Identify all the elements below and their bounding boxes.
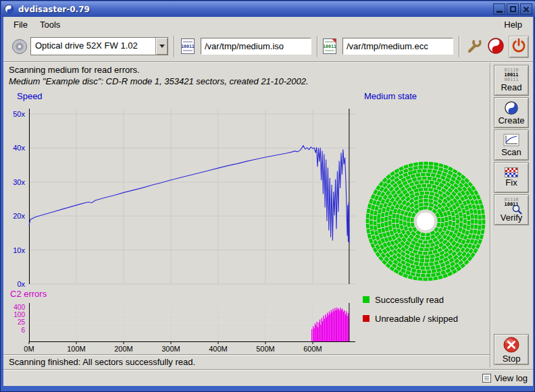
read-button-label: Read <box>501 83 521 92</box>
stop-button[interactable]: Stop <box>494 334 529 365</box>
svg-text:0x: 0x <box>17 280 25 288</box>
scan-button[interactable]: Scan <box>494 130 529 161</box>
svg-text:10011: 10011 <box>181 44 195 49</box>
drive-select-arrow[interactable] <box>155 38 168 55</box>
legend-red-swatch <box>363 315 370 322</box>
svg-text:400M: 400M <box>209 345 228 353</box>
footer-bar: View log <box>3 370 533 386</box>
maximize-button[interactable] <box>507 3 519 15</box>
app-body: File Tools Help Optical drive 52X FW 1.0… <box>3 17 533 386</box>
close-icon <box>523 6 530 13</box>
legend-unreadable: Unreadable / skipped <box>363 314 458 323</box>
medium-state-title: Medium state <box>364 91 417 101</box>
scan-graph-icon <box>503 134 519 147</box>
verify-button-label: Verify <box>501 213 523 223</box>
verify-button[interactable]: 01110 10011 Verify <box>494 194 529 225</box>
chevron-down-icon <box>159 45 165 48</box>
svg-text:300M: 300M <box>161 345 180 353</box>
read-button[interactable]: 01110 10011 00111 Read <box>494 65 529 96</box>
svg-text:20x: 20x <box>13 212 25 220</box>
menu-tools[interactable]: Tools <box>34 18 66 31</box>
scan-button-label: Scan <box>501 148 521 157</box>
window-frame: dvdisaster-0.79 File Tools Help Optical … <box>0 0 535 392</box>
c2-errors-chart: 0M100M200M300M400M500M600M625100400 <box>5 300 357 354</box>
legend-label: Successfully read <box>375 295 444 305</box>
svg-text:6: 6 <box>21 327 25 334</box>
create-yinyang-icon <box>504 101 519 115</box>
minimize-icon <box>496 11 503 13</box>
window-title: dvdisaster-0.79 <box>18 5 492 14</box>
separator <box>3 354 490 356</box>
c2-errors-chart-title: C2 errors <box>10 289 47 299</box>
menu-file[interactable]: File <box>7 18 34 31</box>
verify-icon: 01110 10011 <box>501 198 521 213</box>
fix-checker-icon <box>505 167 518 177</box>
fix-button-label: Fix <box>505 178 517 188</box>
separator <box>490 63 491 368</box>
legend-green-swatch <box>363 296 370 303</box>
legend-label: Unreadable / skipped <box>375 314 458 324</box>
toolbar-separator <box>459 36 460 57</box>
menubar: File Tools Help <box>3 17 533 32</box>
view-log-button[interactable]: View log <box>494 373 528 383</box>
close-button[interactable] <box>520 3 532 15</box>
app-icon <box>4 4 14 14</box>
drive-select-value: Optical drive 52X FW 1.02 <box>31 38 155 55</box>
medium-info: Medium "Example disc": CD-R mode 1, 3534… <box>9 76 309 86</box>
svg-text:10x: 10x <box>13 246 25 254</box>
stop-icon <box>503 336 520 354</box>
speed-chart: 0x10x20x30x40x50x <box>5 99 357 288</box>
toolbar-separator <box>317 36 318 57</box>
ecc-file-icon: 10011 <box>322 38 337 55</box>
minimize-button[interactable] <box>493 3 505 15</box>
svg-text:400: 400 <box>14 304 25 311</box>
status-message: Scanning medium for read errors. <box>9 65 140 75</box>
svg-text:50x: 50x <box>13 110 25 118</box>
quit-button[interactable] <box>509 36 529 58</box>
svg-text:25: 25 <box>18 318 26 326</box>
separator <box>3 61 533 63</box>
view-log-icon[interactable] <box>482 374 491 383</box>
svg-text:200M: 200M <box>114 345 133 353</box>
svg-text:0M: 0M <box>24 345 34 353</box>
power-icon <box>510 37 528 55</box>
svg-text:40x: 40x <box>13 144 25 152</box>
stop-button-label: Stop <box>503 354 521 364</box>
drive-icon[interactable] <box>11 38 28 55</box>
svg-text:600M: 600M <box>303 345 322 353</box>
svg-text:500M: 500M <box>256 345 275 353</box>
magnifier-icon <box>511 204 522 215</box>
medium-state-disc <box>361 157 490 285</box>
read-icon: 01110 10011 00111 <box>504 68 518 82</box>
drive-select[interactable]: Optical drive 52X FW 1.02 <box>30 37 168 55</box>
scan-result-message: Scanning finished: All sectors successfu… <box>9 357 195 367</box>
svg-text:10011: 10011 <box>323 44 336 49</box>
toolbar-separator <box>174 36 175 57</box>
svg-text:100M: 100M <box>67 345 86 353</box>
dvdisaster-logo-icon[interactable] <box>487 37 505 55</box>
ecc-file-input[interactable]: /var/tmp/medium.ecc <box>342 38 453 55</box>
iso-file-input[interactable]: /var/tmp/medium.iso <box>201 38 311 55</box>
maximize-icon <box>510 6 516 12</box>
toolbar: Optical drive 52X FW 1.02 10011 /var/tmp… <box>3 32 533 61</box>
svg-text:30x: 30x <box>13 178 25 186</box>
iso-file-icon: 10011 <box>180 38 195 55</box>
preferences-wrench-icon[interactable] <box>465 37 483 55</box>
legend-successfully-read: Successfully read <box>363 296 444 304</box>
create-button-label: Create <box>498 116 524 125</box>
titlebar[interactable]: dvdisaster-0.79 <box>1 1 535 17</box>
fix-button[interactable]: Fix <box>494 162 529 193</box>
create-button[interactable]: Create <box>494 97 529 128</box>
menu-help[interactable]: Help <box>497 18 529 31</box>
svg-text:100: 100 <box>14 311 25 318</box>
